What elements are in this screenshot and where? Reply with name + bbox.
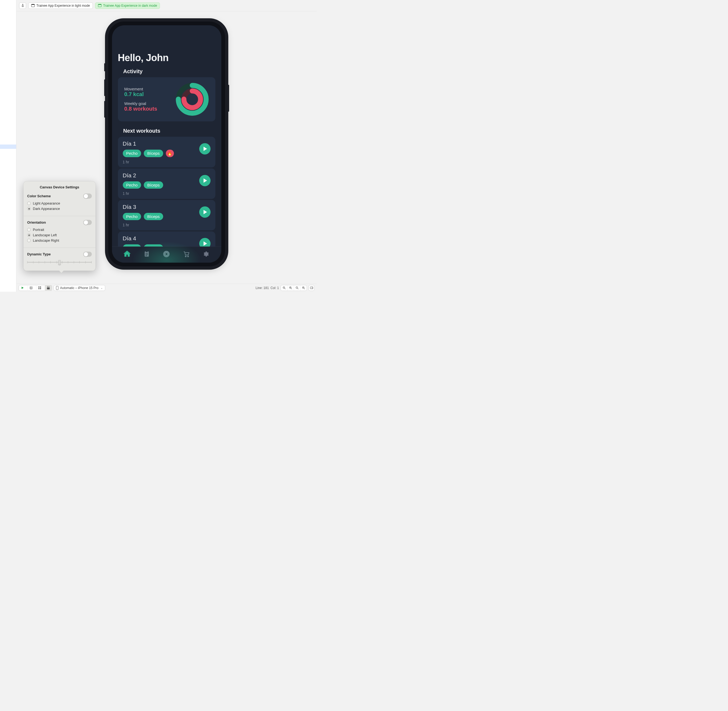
- movement-label: Movement: [124, 87, 157, 91]
- svg-rect-5: [146, 251, 148, 252]
- radio-landscape-right[interactable]: Landscape Right: [27, 239, 92, 242]
- radio-label: Portrait: [33, 228, 44, 232]
- side-button: [104, 63, 105, 71]
- side-button: [104, 80, 105, 96]
- radio-light-appearance[interactable]: Light Appearance: [27, 201, 92, 205]
- radio-label: Landscape Right: [33, 239, 59, 242]
- tag: Bíceps: [144, 150, 163, 157]
- radio-icon: [27, 233, 31, 237]
- workout-card[interactable]: Día 3 Pecho Bíceps 1 hr: [118, 200, 216, 230]
- chip-label: Trainee App Experience in light mode: [36, 4, 90, 7]
- radio-label: Landscape Left: [33, 233, 57, 237]
- svg-rect-13: [38, 287, 40, 288]
- preview-chip-light[interactable]: Trainee App Experience in light mode: [28, 2, 93, 9]
- workout-card[interactable]: Día 1 Pecho Bíceps 🔥 1 hr: [118, 137, 216, 167]
- workout-card[interactable]: Día 4 Pecho Bíceps: [118, 232, 216, 246]
- canvas-bottom-toolbar: Automatic – iPhone 15 Pro ⌄ Line: 181 Co…: [16, 284, 317, 292]
- slider-thumb[interactable]: [58, 260, 61, 265]
- app-scrollview[interactable]: Hello, John Activity Movement 0.7 kcal W…: [112, 25, 221, 246]
- play-button[interactable]: [199, 143, 211, 155]
- radio-icon: [27, 202, 31, 205]
- zoom-controls: 1: [281, 285, 307, 291]
- device-screen[interactable]: Hello, John Activity Movement 0.7 kcal W…: [112, 25, 221, 263]
- dynamic-type-toggle[interactable]: [83, 252, 92, 257]
- canvas-device-settings-popover: Canvas Device Settings Color Scheme Ligh…: [24, 181, 96, 271]
- tag: Bíceps: [144, 213, 163, 220]
- play-button[interactable]: [199, 207, 211, 218]
- toggle-minimap-button[interactable]: [309, 285, 315, 291]
- case-icon: [98, 4, 102, 7]
- dynamic-type-slider[interactable]: [27, 260, 92, 265]
- tab-play[interactable]: [162, 250, 171, 258]
- activity-card[interactable]: Movement 0.7 kcal Weekly goal 0.8 workou…: [118, 77, 216, 121]
- canvas-mode-buttons: [19, 285, 52, 291]
- weekly-value: 0.8 workouts: [124, 106, 157, 112]
- editor-selection: [0, 145, 16, 149]
- zoom-fit-button[interactable]: [287, 285, 294, 291]
- workout-title: Día 3: [123, 204, 211, 210]
- tag: Pecho: [123, 213, 141, 220]
- radio-landscape-left[interactable]: Landscape Left: [27, 233, 92, 237]
- tag: Pecho: [123, 150, 141, 157]
- tag: Pecho: [123, 244, 141, 246]
- chip-label: Trainee App Experience in dark mode: [103, 4, 157, 7]
- variants-button[interactable]: [36, 285, 43, 291]
- weekly-label: Weekly goal: [124, 101, 157, 106]
- tab-home[interactable]: [123, 250, 131, 258]
- radio-label: Dark Appearance: [33, 207, 60, 211]
- play-button[interactable]: [199, 175, 211, 186]
- svg-rect-16: [40, 288, 41, 289]
- activity-heading: Activity: [118, 68, 216, 75]
- popover-title: Canvas Device Settings: [24, 185, 96, 189]
- workout-tags: Pecho Bíceps 🔥: [123, 150, 211, 157]
- device-picker-label: Automatic – iPhone 15 Pro: [60, 286, 99, 290]
- zoom-out-button[interactable]: [281, 285, 287, 291]
- canvas-top-toolbar: Trainee App Experience in light mode Tra…: [16, 0, 317, 11]
- dynamic-type-section: Dynamic Type: [24, 248, 96, 268]
- workout-duration: 1 hr: [123, 191, 211, 196]
- svg-rect-14: [40, 287, 41, 288]
- tab-bar: [112, 246, 221, 263]
- svg-line-30: [297, 288, 298, 289]
- device-settings-button[interactable]: [45, 285, 52, 291]
- pin-button[interactable]: [19, 2, 26, 9]
- color-scheme-toggle[interactable]: [83, 193, 92, 199]
- radio-label: Light Appearance: [33, 201, 60, 205]
- svg-rect-19: [49, 286, 49, 288]
- canvas-area[interactable]: Hello, John Activity Movement 0.7 kcal W…: [16, 11, 317, 284]
- svg-rect-21: [49, 286, 50, 286]
- workout-title: Día 4: [123, 235, 211, 242]
- workout-duration: 1 hr: [123, 223, 211, 227]
- tag: Bíceps: [144, 181, 163, 189]
- svg-rect-15: [38, 288, 40, 289]
- workouts-list: Día 1 Pecho Bíceps 🔥 1 hr Día 2 Pecho: [118, 137, 216, 246]
- radio-portrait[interactable]: Portrait: [27, 228, 92, 232]
- workout-tags: Pecho Bíceps: [123, 181, 211, 189]
- live-preview-button[interactable]: [19, 285, 26, 291]
- svg-text:1: 1: [297, 287, 297, 288]
- workout-title: Día 2: [123, 172, 211, 179]
- case-icon: [31, 4, 35, 7]
- orientation-section: Orientation Portrait Landscape Left Land…: [24, 216, 96, 248]
- radio-dark-appearance[interactable]: Dark Appearance: [27, 207, 92, 211]
- selectable-button[interactable]: [28, 285, 34, 291]
- tag: Pecho: [123, 181, 141, 189]
- zoom-actual-button[interactable]: 1: [294, 285, 300, 291]
- tab-settings[interactable]: [202, 250, 210, 258]
- workout-tags: Pecho Bíceps: [123, 244, 211, 246]
- dynamic-type-heading: Dynamic Type: [27, 252, 51, 256]
- device-picker[interactable]: Automatic – iPhone 15 Pro ⌄: [53, 285, 105, 291]
- orientation-toggle[interactable]: [83, 220, 92, 225]
- zoom-in-button[interactable]: [300, 285, 307, 291]
- workout-title: Día 1: [123, 140, 211, 147]
- workout-card[interactable]: Día 2 Pecho Bíceps 1 hr: [118, 168, 216, 199]
- movement-value: 0.7 kcal: [124, 91, 157, 97]
- preview-chip-dark[interactable]: Trainee App Experience in dark mode: [95, 2, 160, 9]
- tab-cart[interactable]: [182, 250, 190, 258]
- activity-stats: Movement 0.7 kcal Weekly goal 0.8 workou…: [124, 87, 157, 112]
- svg-line-33: [304, 288, 305, 289]
- color-scheme-section: Color Scheme Light Appearance Dark Appea…: [24, 193, 96, 216]
- svg-rect-7: [146, 254, 148, 255]
- tab-list[interactable]: [142, 250, 151, 258]
- radio-icon: [27, 239, 31, 242]
